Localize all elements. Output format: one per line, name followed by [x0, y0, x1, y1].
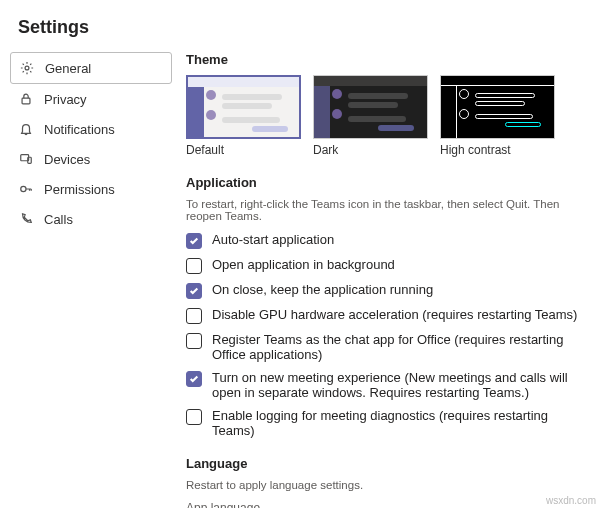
sidebar-item-label: Devices: [44, 152, 90, 167]
app-option-checkbox[interactable]: Register Teams as the chat app for Offic…: [186, 332, 582, 362]
theme-option-dark[interactable]: Dark: [313, 75, 428, 157]
devices-icon: [18, 151, 34, 167]
checkbox-label: Enable logging for meeting diagnostics (…: [212, 408, 582, 438]
svg-rect-1: [22, 98, 30, 104]
sidebar-item-general[interactable]: General: [10, 52, 172, 84]
checkbox-icon: [186, 371, 202, 387]
checkbox-label: Turn on new meeting experience (New meet…: [212, 370, 582, 400]
watermark: wsxdn.com: [546, 495, 596, 506]
sidebar-item-label: Notifications: [44, 122, 115, 137]
svg-rect-3: [28, 157, 32, 163]
page-title: Settings: [18, 17, 89, 38]
app-option-checkbox[interactable]: On close, keep the application running: [186, 282, 582, 299]
checkbox-icon: [186, 333, 202, 349]
theme-options: Default Dark: [186, 75, 582, 157]
theme-thumb-dark: [313, 75, 428, 139]
checkbox-label: Disable GPU hardware acceleration (requi…: [212, 307, 577, 322]
svg-point-4: [21, 186, 26, 191]
app-option-checkbox[interactable]: Auto-start application: [186, 232, 582, 249]
sidebar-item-privacy[interactable]: Privacy: [10, 84, 172, 114]
sidebar-item-permissions[interactable]: Permissions: [10, 174, 172, 204]
theme-section-title: Theme: [186, 52, 582, 67]
svg-point-0: [25, 66, 29, 70]
application-restart-hint: To restart, right-click the Teams icon i…: [186, 198, 582, 222]
application-section-title: Application: [186, 175, 582, 190]
settings-main: Theme Default: [182, 48, 600, 508]
settings-sidebar: General Privacy Notifications Devices Pe…: [0, 48, 182, 508]
language-section-title: Language: [186, 456, 582, 471]
checkbox-icon: [186, 233, 202, 249]
checkbox-icon: [186, 258, 202, 274]
theme-label: Dark: [313, 143, 428, 157]
phone-icon: [18, 211, 34, 227]
app-option-checkbox[interactable]: Disable GPU hardware acceleration (requi…: [186, 307, 582, 324]
theme-label: Default: [186, 143, 301, 157]
sidebar-item-label: Privacy: [44, 92, 87, 107]
sidebar-item-label: Permissions: [44, 182, 115, 197]
app-option-checkbox[interactable]: Open application in background: [186, 257, 582, 274]
app-option-checkbox[interactable]: Turn on new meeting experience (New meet…: [186, 370, 582, 400]
sidebar-item-label: General: [45, 61, 91, 76]
sidebar-item-notifications[interactable]: Notifications: [10, 114, 172, 144]
application-options: Auto-start applicationOpen application i…: [186, 232, 582, 438]
checkbox-label: Register Teams as the chat app for Offic…: [212, 332, 582, 362]
theme-option-high-contrast[interactable]: High contrast: [440, 75, 555, 157]
theme-thumb-high-contrast: [440, 75, 555, 139]
checkbox-label: Auto-start application: [212, 232, 334, 247]
theme-option-default[interactable]: Default: [186, 75, 301, 157]
checkbox-icon: [186, 283, 202, 299]
close-button[interactable]: [574, 14, 582, 40]
checkbox-icon: [186, 409, 202, 425]
key-icon: [18, 181, 34, 197]
sidebar-item-calls[interactable]: Calls: [10, 204, 172, 234]
app-language-label: App language: [186, 501, 582, 508]
theme-label: High contrast: [440, 143, 555, 157]
checkbox-icon: [186, 308, 202, 324]
sidebar-item-label: Calls: [44, 212, 73, 227]
lock-icon: [18, 91, 34, 107]
checkbox-label: Open application in background: [212, 257, 395, 272]
theme-thumb-default: [186, 75, 301, 139]
language-restart-hint: Restart to apply language settings.: [186, 479, 582, 491]
sidebar-item-devices[interactable]: Devices: [10, 144, 172, 174]
app-option-checkbox[interactable]: Enable logging for meeting diagnostics (…: [186, 408, 582, 438]
gear-icon: [19, 60, 35, 76]
checkbox-label: On close, keep the application running: [212, 282, 433, 297]
bell-icon: [18, 121, 34, 137]
